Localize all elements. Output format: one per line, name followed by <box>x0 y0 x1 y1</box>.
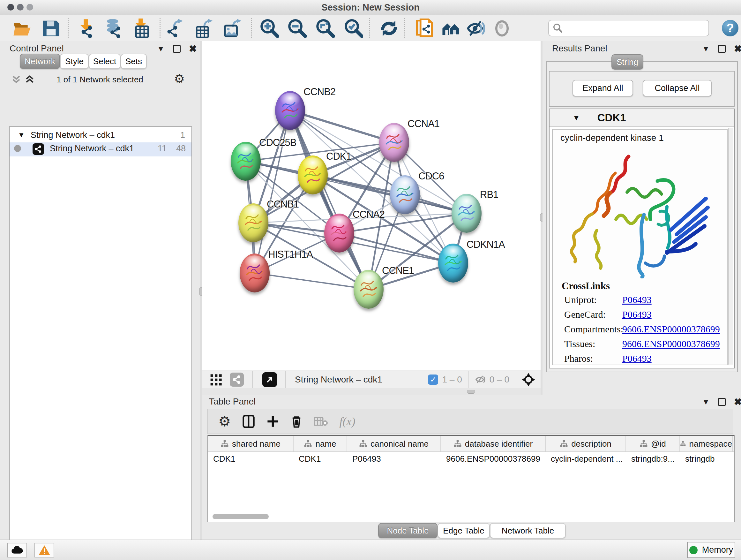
import-network-database-icon[interactable] <box>104 18 123 38</box>
crosslink-row: Uniprot: P06493 <box>564 294 724 309</box>
crosslink-link[interactable]: 9606.ENSP00000378699 <box>622 324 720 334</box>
tab-network[interactable]: Network <box>20 54 60 69</box>
column-attribute-icon <box>359 440 367 448</box>
table-gear-icon[interactable]: ⚙ <box>218 415 231 428</box>
table-cell[interactable]: 9606.ENSP00000378699 <box>441 452 546 466</box>
birds-eye-grid-icon[interactable] <box>210 373 223 386</box>
network-from-document-icon[interactable] <box>415 18 434 38</box>
tab-sets[interactable]: Sets <box>121 54 147 69</box>
column-header-canonical-name[interactable]: canonical name <box>347 436 441 451</box>
node-HIST1H1A[interactable] <box>240 253 270 293</box>
section-collapse-icon[interactable]: ▼ <box>572 113 580 122</box>
column-header-description[interactable]: description <box>546 436 626 451</box>
tree-row-network[interactable]: String Network – cdk1 11 48 <box>10 142 192 157</box>
node-CDC6[interactable] <box>390 175 420 214</box>
node-label-CCNA1: CCNA1 <box>408 118 440 130</box>
import-network-file-icon[interactable] <box>76 18 96 38</box>
table-panel-menu-icon[interactable]: ▼ <box>702 398 710 406</box>
network-share-badge-icon[interactable] <box>230 373 244 387</box>
collapse-all-button[interactable]: Collapse All <box>643 80 712 97</box>
search-box[interactable] <box>548 20 709 37</box>
table-cell[interactable]: stringdb:9... <box>626 452 680 466</box>
crosslink-link[interactable]: 9606.ENSP00000378699 <box>622 338 720 349</box>
node-CCNB2[interactable] <box>275 91 305 130</box>
import-table-icon[interactable] <box>131 18 151 38</box>
splitter-horizontal-grip[interactable] <box>467 390 475 394</box>
table-cell[interactable]: cyclin-dependent ... <box>546 452 626 466</box>
tree-expand-icon[interactable]: ▼ <box>18 131 25 139</box>
node-CCNB1[interactable] <box>239 203 268 242</box>
open-in-window-icon[interactable] <box>262 372 277 387</box>
export-table-icon[interactable] <box>195 18 214 38</box>
table-cell[interactable]: CDK1 <box>293 452 347 466</box>
node-structure-thumbnail <box>354 270 384 309</box>
tab-style[interactable]: Style <box>60 54 89 69</box>
table-panel-float-icon[interactable] <box>718 398 726 406</box>
cdk1-section-header[interactable]: ▼ CDK1 <box>549 109 734 127</box>
window-title: Session: New Session <box>0 2 741 13</box>
cdk1-detail-box: cyclin-dependent kinase 1 <box>552 129 728 365</box>
cloud-status-button[interactable] <box>7 543 27 557</box>
zoom-fit-icon[interactable] <box>315 18 335 38</box>
section-name: CDK1 <box>597 112 626 124</box>
results-panel-close-icon[interactable]: ✖ <box>734 45 741 53</box>
refresh-icon[interactable] <box>379 18 399 38</box>
zoom-in-icon[interactable] <box>259 18 279 38</box>
table-cell[interactable]: P06493 <box>347 452 441 466</box>
network-view-canvas[interactable]: CCNB2 CCNA1 CDC25B CDK1 <box>202 41 542 370</box>
results-scrollbar[interactable] <box>728 128 733 365</box>
expand-all-button[interactable]: Expand All <box>572 80 633 97</box>
column-header-database-identifier[interactable]: database identifier <box>441 436 546 451</box>
warning-status-button[interactable] <box>35 543 54 557</box>
hide-panel-eye-icon[interactable] <box>467 18 486 38</box>
open-session-icon[interactable] <box>12 18 32 38</box>
node-CCNA2[interactable] <box>324 213 354 253</box>
results-panel-menu-icon[interactable]: ▼ <box>702 45 710 53</box>
node-CCNE1[interactable] <box>354 270 384 309</box>
control-panel-float-icon[interactable] <box>173 45 181 53</box>
add-column-icon[interactable] <box>266 415 279 428</box>
help-button[interactable]: ? <box>722 20 738 37</box>
network-options-gear-icon[interactable]: ⚙ <box>174 73 185 85</box>
node-CDC25B[interactable] <box>231 142 261 181</box>
table-cell[interactable]: CDK1 <box>208 452 293 466</box>
table-panel-close-icon[interactable]: ✖ <box>734 398 741 406</box>
column-header-shared-name[interactable]: shared name <box>208 436 293 451</box>
memory-button[interactable]: Memory <box>687 542 735 558</box>
node-CDK1[interactable] <box>298 155 328 194</box>
fit-content-crosshair-icon[interactable] <box>522 373 536 387</box>
zoom-selected-icon[interactable] <box>343 18 363 38</box>
tree-row-collection[interactable]: ▼ String Network – cdk1 1 <box>10 130 192 143</box>
select-columns-icon[interactable] <box>242 415 255 428</box>
node-CDKN1A[interactable] <box>438 244 468 283</box>
export-image-icon[interactable] <box>223 18 243 38</box>
home-networks-icon[interactable] <box>441 18 461 38</box>
column-header-name[interactable]: name <box>293 436 347 451</box>
tab-select[interactable]: Select <box>89 54 121 69</box>
tab-network-table[interactable]: Network Table <box>490 523 566 538</box>
selected-checkbox-icon[interactable]: ✓ <box>428 374 438 385</box>
search-input[interactable] <box>565 22 704 34</box>
node-structure-thumbnail <box>452 194 482 233</box>
save-session-icon[interactable] <box>41 18 61 38</box>
column-header-@id[interactable]: @id <box>626 436 680 451</box>
crosslink-link[interactable]: P06493 <box>622 309 652 320</box>
delete-column-icon[interactable] <box>291 415 302 428</box>
export-network-icon[interactable] <box>165 18 185 38</box>
table-cell[interactable]: stringdb <box>680 452 733 466</box>
node-CCNA1[interactable] <box>379 123 409 162</box>
table-row[interactable]: CDK1CDK1P064939606.ENSP00000378699cyclin… <box>208 452 734 466</box>
table-hscrollbar[interactable] <box>212 514 269 519</box>
crosslink-link[interactable]: P06493 <box>622 294 652 305</box>
crosslink-link[interactable]: P06493 <box>622 353 652 364</box>
tab-node-table[interactable]: Node Table <box>378 523 437 538</box>
control-panel-close-icon[interactable]: ✖ <box>189 45 197 53</box>
zoom-out-icon[interactable] <box>287 18 307 38</box>
control-panel-menu-icon[interactable]: ▼ <box>157 45 165 53</box>
node-RB1[interactable] <box>452 194 482 233</box>
results-panel-float-icon[interactable] <box>718 45 726 53</box>
node-structure-thumbnail <box>390 175 420 214</box>
tab-edge-table[interactable]: Edge Table <box>437 523 490 538</box>
tab-string[interactable]: String <box>611 54 643 70</box>
column-header-namespace[interactable]: namespace <box>680 436 733 451</box>
